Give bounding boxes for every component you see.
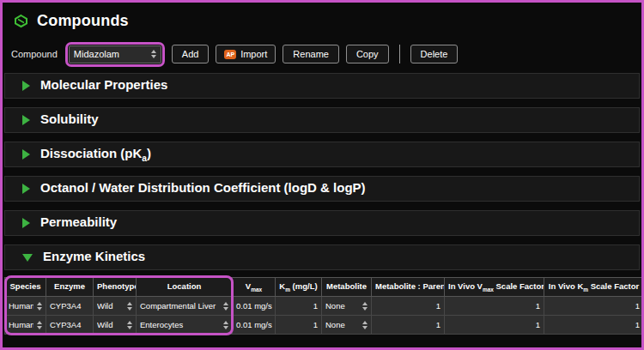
section-dissociation[interactable]: Dissociation (pKa) (4, 142, 640, 167)
col-header-metabolite: Metabolite (322, 278, 372, 297)
metabolite-select[interactable]: None (322, 297, 372, 316)
chevron-updown-icon (127, 302, 132, 311)
section-permeability[interactable]: Permeability (4, 210, 640, 236)
col-header-location: Location (137, 278, 233, 297)
vmax-cell[interactable]: 0.01 mg/s (233, 297, 276, 316)
phenotype-select[interactable]: Wild (94, 316, 137, 335)
collapse-arrow-icon (22, 254, 33, 262)
vmax-cell[interactable]: 0.01 mg/s (233, 316, 276, 335)
title-bar: Compounds (3, 3, 641, 39)
expand-arrow-icon (22, 81, 30, 91)
enzyme-cell[interactable]: CYP3A4 (46, 316, 94, 335)
col-header-invivo-vmax-scale: In Vivo Vmax Scale Factor (445, 278, 544, 297)
compound-select-highlight: Midazolam (65, 42, 165, 67)
compound-label: Compound (11, 49, 58, 59)
km-cell[interactable]: 1 (276, 297, 322, 316)
km-cell[interactable]: 1 (276, 316, 322, 335)
chevron-updown-icon (37, 302, 42, 311)
molecule-icon (13, 14, 29, 28)
delete-button[interactable]: Delete (410, 45, 459, 63)
add-button[interactable]: Add (172, 45, 210, 63)
import-button-label: Import (240, 49, 267, 59)
toolbar-divider (399, 45, 400, 63)
metabolite-select[interactable]: None (322, 316, 372, 335)
species-select[interactable]: Human (5, 316, 46, 335)
ap-badge-icon: AP (224, 50, 236, 59)
compound-select-value: Midazolam (74, 49, 148, 59)
section-label: Permeability (40, 214, 117, 232)
col-header-km: Km (mg/L) (276, 278, 322, 297)
compound-toolbar: Compound Midazolam Add AP Import Rename … (3, 39, 641, 69)
section-label: Octanol / Water Distribution Coefficient… (40, 180, 366, 197)
species-select[interactable]: Human (5, 297, 46, 316)
copy-button[interactable]: Copy (346, 45, 389, 63)
section-solubility[interactable]: Solubility (4, 107, 640, 133)
col-header-metabolite-parent: Metabolite : Parent (372, 278, 445, 297)
rename-button[interactable]: Rename (283, 45, 339, 63)
chevron-updown-icon (223, 321, 228, 329)
invivo-vmax-scale-cell[interactable]: 1 (445, 297, 544, 316)
compound-select[interactable]: Midazolam (69, 45, 161, 63)
table-header-row: Species Enzyme Phenotype Location Vmax K… (5, 278, 644, 297)
col-header-phenotype: Phenotype (94, 278, 137, 297)
location-select[interactable]: Compartmental Liver (137, 297, 233, 316)
page-title: Compounds (37, 12, 129, 30)
chevron-updown-icon (362, 321, 368, 329)
invivo-km-scale-cell[interactable]: 1 (544, 316, 644, 335)
expand-arrow-icon (22, 149, 30, 160)
section-label: Enzyme Kinetics (43, 249, 145, 266)
invivo-km-scale-cell[interactable]: 1 (544, 297, 644, 316)
section-enzyme-kinetics[interactable]: Enzyme Kinetics (4, 244, 640, 270)
table-row: Human CYP3A4 Wild Enterocytes 0.01 mg/s … (5, 316, 644, 335)
table-row: Human CYP3A4 Wild Compartmental Liver 0.… (5, 297, 644, 316)
section-label: Molecular Properties (40, 77, 167, 94)
section-label: Solubility (40, 112, 99, 129)
section-label: Dissociation (pKa) (40, 146, 151, 163)
expand-arrow-icon (22, 184, 30, 194)
enzyme-kinetics-table: Species Enzyme Phenotype Location Vmax K… (4, 277, 644, 335)
section-octanol-water-coefficient[interactable]: Octanol / Water Distribution Coefficient… (4, 176, 640, 202)
location-select[interactable]: Enterocytes (137, 316, 233, 335)
enzyme-kinetics-table-wrap: Species Enzyme Phenotype Location Vmax K… (4, 277, 640, 335)
col-header-species: Species (5, 278, 46, 297)
chevron-updown-icon (223, 302, 228, 311)
sections-list: Molecular Properties Solubility Dissocia… (3, 69, 641, 347)
col-header-invivo-km-scale: In Vivo Km Scale Factor (544, 278, 644, 297)
metabolite-parent-cell[interactable]: 1 (372, 316, 445, 335)
import-button[interactable]: AP Import (216, 45, 276, 63)
metabolite-parent-cell[interactable]: 1 (372, 297, 445, 316)
col-header-enzyme: Enzyme (46, 278, 94, 297)
enzyme-cell[interactable]: CYP3A4 (46, 297, 94, 316)
invivo-vmax-scale-cell[interactable]: 1 (445, 316, 544, 335)
chevron-updown-icon (151, 50, 156, 58)
section-molecular-properties[interactable]: Molecular Properties (4, 73, 640, 99)
chevron-updown-icon (37, 321, 42, 329)
chevron-updown-icon (127, 321, 132, 329)
col-header-vmax: Vmax (233, 278, 276, 297)
phenotype-select[interactable]: Wild (94, 297, 137, 316)
chevron-updown-icon (362, 302, 368, 311)
expand-arrow-icon (22, 115, 30, 125)
expand-arrow-icon (22, 218, 30, 228)
compounds-window: Compounds Compound Midazolam Add AP Impo… (0, 0, 644, 350)
